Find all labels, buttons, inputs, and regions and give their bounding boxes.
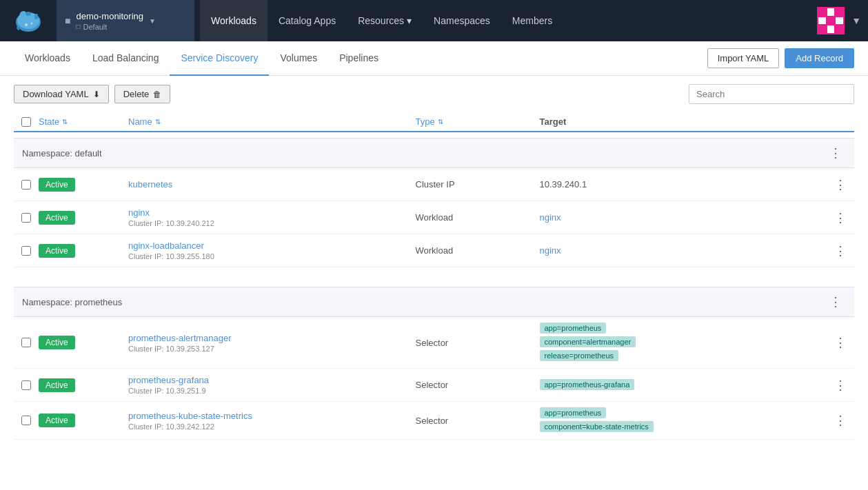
status-badge: Active (39, 244, 75, 258)
name-link[interactable]: prometheus-grafana (128, 375, 416, 385)
row-checkbox[interactable] (21, 338, 31, 347)
type-cell: Selector (416, 338, 540, 348)
row-checkbox[interactable] (21, 246, 31, 256)
tab-service-discovery[interactable]: Service Discovery (170, 41, 269, 76)
target-link[interactable]: nginx (540, 245, 827, 256)
svg-rect-6 (34, 14, 38, 19)
default-icon: □ (76, 23, 80, 30)
table-row: Active nginx-loadbalancer Cluster IP: 10… (14, 234, 854, 267)
nav-workloads[interactable]: Workloads (200, 0, 268, 41)
row-check-cell[interactable] (14, 338, 39, 347)
nav-namespaces[interactable]: Namespaces (423, 0, 501, 41)
row-more-button[interactable]: ⋮ (830, 411, 851, 429)
row-check-cell[interactable] (14, 180, 39, 190)
row-more-button[interactable]: ⋮ (830, 176, 851, 194)
row-more-button[interactable]: ⋮ (830, 334, 851, 351)
actions-cell[interactable]: ⋮ (827, 176, 854, 194)
avatar[interactable] (817, 7, 845, 34)
state-cell: Active (39, 178, 128, 192)
name-link[interactable]: prometheus-alertmanager (128, 333, 416, 343)
tag-badge: release=prometheus (540, 350, 619, 361)
row-check-cell[interactable] (14, 246, 39, 256)
target-cell: 10.39.240.1 (540, 179, 827, 190)
actions-cell[interactable]: ⋮ (827, 242, 854, 260)
namespace-default-label: Namespace: default (22, 148, 102, 159)
namespace-prometheus-label: Namespace: prometheus (22, 297, 122, 307)
name-sub: Cluster IP: 10.39.253.127 (128, 345, 416, 353)
actions-cell[interactable]: ⋮ (827, 334, 854, 351)
tag-badge: component=alertmanager (540, 336, 636, 347)
name-sub: Cluster IP: 10.39.255.180 (128, 252, 416, 261)
nav-catalog-apps[interactable]: Catalog Apps (268, 0, 347, 41)
brand-logo (0, 0, 57, 41)
name-sub: Cluster IP: 10.39.251.9 (128, 387, 416, 395)
th-name[interactable]: Name ⇅ (128, 116, 416, 127)
project-name: demo-monitoring (76, 11, 143, 21)
account-chevron-icon[interactable]: ▼ (851, 15, 861, 26)
tab-volumes[interactable]: Volumes (269, 41, 328, 76)
type-cell: Selector (416, 380, 540, 390)
th-state[interactable]: State ⇅ (39, 116, 128, 127)
tags-wrap: app=prometheus-grafana (540, 379, 827, 391)
name-cell: kubernetes (128, 179, 416, 190)
row-check-cell[interactable] (14, 416, 39, 425)
target-cell: nginx (540, 245, 827, 256)
row-checkbox[interactable] (21, 180, 31, 190)
state-cell: Active (39, 378, 128, 392)
name-link[interactable]: kubernetes (128, 179, 416, 190)
name-cell: nginx Cluster IP: 10.39.240.212 (128, 207, 416, 227)
row-more-button[interactable]: ⋮ (830, 209, 851, 227)
state-cell: Active (39, 244, 128, 258)
state-cell: Active (39, 336, 128, 349)
tab-pipelines[interactable]: Pipelines (328, 41, 390, 76)
row-checkbox[interactable] (21, 213, 31, 223)
name-sub: Cluster IP: 10.39.242.122 (128, 422, 416, 431)
type-cell: Cluster IP (416, 179, 540, 190)
name-cell: nginx-loadbalancer Cluster IP: 10.39.255… (128, 241, 416, 261)
row-check-cell[interactable] (14, 380, 39, 390)
row-more-button[interactable]: ⋮ (830, 242, 851, 260)
actions-cell[interactable]: ⋮ (827, 376, 854, 394)
search-input[interactable] (689, 84, 854, 104)
nav-right: ▼ (810, 0, 868, 41)
th-type[interactable]: Type ⇅ (416, 116, 540, 127)
svg-point-4 (25, 23, 28, 26)
actions-cell[interactable]: ⋮ (827, 209, 854, 227)
table-row: Active kubernetes Cluster IP 10.39.240.1… (14, 168, 854, 201)
nav-members[interactable]: Members (501, 0, 563, 41)
target-link[interactable]: nginx (540, 212, 827, 223)
table-row: Active prometheus-kube-state-metrics Clu… (14, 402, 854, 440)
download-yaml-button[interactable]: Download YAML ⬇ (14, 85, 109, 103)
table-row: Active prometheus-grafana Cluster IP: 10… (14, 369, 854, 402)
add-record-button[interactable]: Add Record (785, 48, 854, 68)
nav-resources[interactable]: Resources ▾ (347, 0, 423, 41)
row-checkbox[interactable] (21, 380, 31, 390)
name-link[interactable]: nginx-loadbalancer (128, 241, 416, 251)
name-link[interactable]: prometheus-kube-state-metrics (128, 411, 416, 421)
type-sort-icon: ⇅ (438, 118, 443, 125)
svg-point-5 (31, 23, 33, 25)
select-all-checkbox[interactable] (21, 117, 31, 127)
actions-cell[interactable]: ⋮ (827, 411, 854, 429)
namespace-default-more-button[interactable]: ⋮ (825, 144, 846, 162)
type-cell: Workload (416, 245, 540, 256)
name-link[interactable]: nginx (128, 207, 416, 218)
import-yaml-button[interactable]: Import YAML (707, 48, 780, 68)
status-badge: Active (39, 378, 75, 392)
state-cell: Active (39, 211, 128, 225)
delete-button[interactable]: Delete 🗑 (114, 85, 171, 103)
tab-load-balancing[interactable]: Load Balancing (81, 41, 170, 76)
project-icon: ■ (65, 15, 70, 26)
name-cell: prometheus-alertmanager Cluster IP: 10.3… (128, 333, 416, 353)
project-selector[interactable]: ■ demo-monitoring □ Default ▼ (57, 0, 194, 41)
project-sub: □ Default (76, 23, 143, 31)
row-checkbox[interactable] (21, 416, 31, 425)
select-all-cell[interactable] (14, 117, 39, 127)
row-more-button[interactable]: ⋮ (830, 376, 851, 394)
table-container: State ⇅ Name ⇅ Type ⇅ Target Namespace: … (0, 112, 868, 440)
name-sub: Cluster IP: 10.39.240.212 (128, 219, 416, 227)
tab-workloads[interactable]: Workloads (14, 41, 81, 76)
svg-point-3 (26, 12, 31, 16)
row-check-cell[interactable] (14, 213, 39, 223)
namespace-prometheus-more-button[interactable]: ⋮ (825, 293, 846, 311)
